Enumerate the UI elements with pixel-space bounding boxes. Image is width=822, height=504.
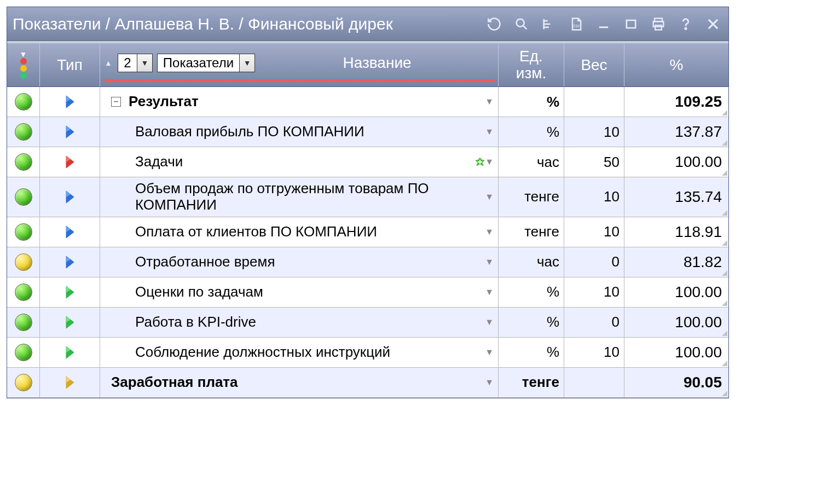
- print-icon[interactable]: [651, 16, 666, 32]
- table-row[interactable]: Объем продаж по отгруженным товарам ПО К…: [7, 177, 728, 217]
- table-row[interactable]: Оплата от клиентов ПО КОМПАНИИ▼тенге1011…: [7, 217, 728, 247]
- type-cell: [40, 117, 100, 147]
- col-header-type[interactable]: Тип: [40, 43, 100, 86]
- status-cell: [7, 177, 40, 217]
- row-menu-icon[interactable]: ▼: [485, 157, 494, 167]
- row-name: Соблюдение должностных инструкций: [135, 344, 485, 361]
- percent-cell: 109.25: [624, 87, 728, 117]
- resize-corner-icon: [722, 331, 727, 336]
- weight-cell: 10: [564, 177, 624, 217]
- type-cell: [40, 217, 100, 247]
- sort-asc-icon[interactable]: ▲: [105, 59, 112, 67]
- percent-cell: 100.00: [624, 147, 728, 177]
- green-led-icon: [15, 188, 32, 206]
- row-name: Объем продаж по отгруженным товарам ПО К…: [135, 181, 485, 213]
- close-icon[interactable]: [705, 16, 721, 32]
- col-header-percent[interactable]: %: [624, 43, 728, 86]
- level-spinner[interactable]: 2 ▼: [118, 54, 153, 72]
- col-header-name: ▲ 2 ▼ Показатели ▼ Название: [100, 43, 499, 86]
- titlebar: Показатели / Алпашева Н. В. / Финансовый…: [7, 7, 728, 41]
- yellow-led-icon: [15, 253, 32, 271]
- name-cell[interactable]: Оплата от клиентов ПО КОМПАНИИ▼: [100, 217, 499, 247]
- csv-icon[interactable]: csv: [569, 16, 584, 32]
- name-cell[interactable]: Соблюдение должностных инструкций▼: [100, 338, 499, 367]
- search-icon[interactable]: [514, 16, 529, 32]
- weight-cell: 0: [564, 308, 624, 337]
- green-led-icon: [15, 223, 32, 241]
- type-cell: [40, 338, 100, 367]
- table-row[interactable]: Оценки по задачам▼%10100.00: [7, 277, 728, 308]
- unit-cell: %: [499, 338, 564, 367]
- green-led-icon: [15, 153, 32, 171]
- name-cell[interactable]: −Результат▼: [100, 87, 499, 117]
- maximize-icon[interactable]: [623, 16, 639, 32]
- col-header-status[interactable]: ▼: [7, 43, 40, 86]
- row-menu-icon[interactable]: ▼: [485, 287, 494, 297]
- type-cell: [40, 177, 100, 217]
- name-cell[interactable]: Валовая прибыль ПО КОМПАНИИ▼: [100, 117, 499, 147]
- name-cell[interactable]: Отработанное время▼: [100, 247, 499, 277]
- resize-corner-icon: [722, 300, 727, 306]
- row-name: Оплата от клиентов ПО КОМПАНИИ: [135, 224, 485, 240]
- green-led-icon: [15, 344, 32, 361]
- row-name: Оценки по задачам: [135, 284, 485, 300]
- arrow-blue-icon: [65, 125, 76, 139]
- help-icon[interactable]: [678, 16, 693, 32]
- row-menu-icon[interactable]: ▼: [485, 97, 494, 107]
- name-cell[interactable]: Работа в KPI-drive▼: [100, 308, 499, 337]
- table-row[interactable]: −Результат▼%109.25: [7, 87, 728, 117]
- minimize-icon[interactable]: [596, 16, 611, 32]
- table-row[interactable]: Соблюдение должностных инструкций▼%10100…: [7, 338, 728, 368]
- row-name: Задачи: [135, 154, 468, 170]
- col-header-weight[interactable]: Вес: [564, 43, 624, 86]
- row-menu-icon[interactable]: ▼: [485, 227, 494, 237]
- weight-cell: 10: [564, 277, 624, 307]
- tree-icon[interactable]: [541, 16, 557, 32]
- table-row[interactable]: Работа в KPI-drive▼%0100.00: [7, 308, 728, 338]
- type-cell: [40, 277, 100, 307]
- refresh-icon[interactable]: [487, 16, 502, 32]
- status-cell: [7, 277, 40, 307]
- name-cell[interactable]: Задачи▼: [100, 147, 499, 177]
- weight-cell: 0: [564, 247, 624, 277]
- dropdown-icon[interactable]: ▼: [137, 54, 152, 72]
- table-row[interactable]: Задачи▼час50100.00: [7, 147, 728, 177]
- resize-corner-icon: [722, 361, 727, 366]
- col-header-name-label[interactable]: Название: [259, 54, 495, 72]
- weight-cell: 10: [564, 338, 624, 367]
- name-cell[interactable]: Заработная плата▼: [100, 368, 499, 397]
- row-menu-icon[interactable]: ▼: [485, 257, 494, 267]
- name-cell[interactable]: Объем продаж по отгруженным товарам ПО К…: [100, 177, 499, 217]
- arrow-blue-icon: [65, 95, 76, 109]
- resize-corner-icon: [722, 110, 727, 115]
- collapse-icon[interactable]: −: [111, 97, 121, 107]
- table-row[interactable]: Заработная плата▼тенге90.05: [7, 368, 728, 398]
- yellow-led-icon: [15, 374, 32, 391]
- resize-corner-icon: [722, 170, 727, 176]
- status-cell: [7, 247, 40, 277]
- arrow-red-icon: [65, 155, 76, 169]
- percent-cell: 100.00: [624, 338, 728, 367]
- status-cell: [7, 338, 40, 367]
- row-menu-icon[interactable]: ▼: [485, 192, 494, 202]
- row-menu-icon[interactable]: ▼: [485, 347, 494, 357]
- type-cell: [40, 247, 100, 277]
- arrow-green-icon: [65, 285, 76, 299]
- col-header-unit[interactable]: Ед. изм.: [499, 43, 564, 86]
- unit-cell: тенге: [499, 368, 564, 397]
- name-cell[interactable]: Оценки по задачам▼: [100, 277, 499, 307]
- resize-corner-icon: [722, 140, 727, 146]
- row-menu-icon[interactable]: ▼: [485, 317, 494, 327]
- row-menu-icon[interactable]: ▼: [485, 127, 494, 137]
- resize-corner-icon: [722, 391, 727, 396]
- table-row[interactable]: Отработанное время▼час081.82: [7, 247, 728, 277]
- dropdown-icon[interactable]: ▼: [239, 54, 254, 72]
- add-subtask-icon[interactable]: [475, 157, 485, 167]
- row-menu-icon[interactable]: ▼: [485, 378, 494, 387]
- unit-cell: %: [499, 117, 564, 147]
- table-row[interactable]: Валовая прибыль ПО КОМПАНИИ▼%10137.87: [7, 117, 728, 147]
- kpi-window: Показатели / Алпашева Н. В. / Финансовый…: [7, 7, 729, 398]
- status-cell: [7, 368, 40, 397]
- row-name: Результат: [129, 94, 485, 110]
- category-combo[interactable]: Показатели ▼: [157, 54, 255, 72]
